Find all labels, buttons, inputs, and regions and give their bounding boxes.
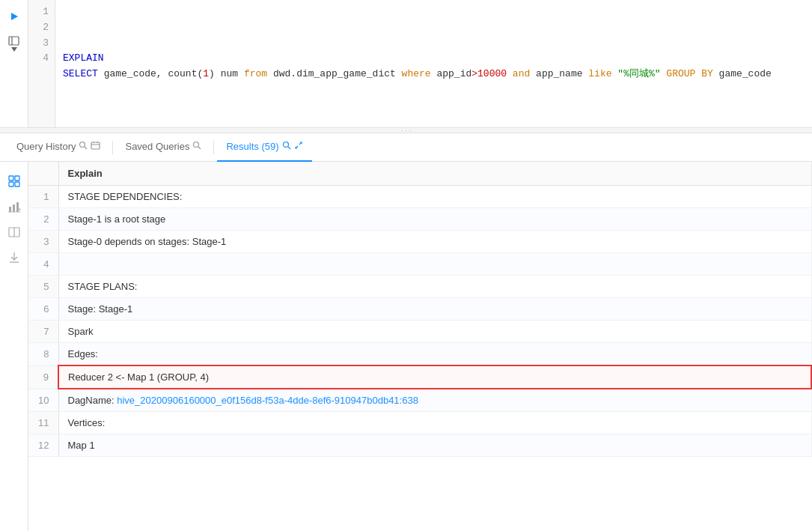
explain-cell: DagName: hive_20200906160000_e0f156d8-f5… [58,389,811,412]
explain-cell: STAGE PLANS: [58,276,811,298]
row-number: 2 [28,208,58,231]
saved-queries-label: Saved Queries [125,141,189,152]
table-row: 8 Edges: [28,343,811,366]
svg-marker-0 [11,13,18,20]
svg-rect-6 [91,142,100,149]
download-button[interactable] [4,247,25,268]
svg-marker-3 [11,47,17,52]
search-icon-history[interactable] [79,141,88,152]
explain-cell: Reducer 2 <- Map 1 (GROUP, 4) [58,365,811,389]
explain-cell: Stage-1 is a root stage [58,208,811,231]
svg-point-10 [194,142,199,148]
svg-rect-18 [9,182,13,186]
table-row: 3Stage-0 depends on stages: Stage-1 [28,231,811,253]
tab-query-history[interactable]: Query History [7,133,109,162]
table-row: 10 DagName: hive_20200906160000_e0f156d8… [28,389,811,412]
row-number: 3 [28,231,58,253]
row-number: 7 [28,321,58,343]
chart-button[interactable]: ▾ [4,196,25,217]
explain-cell: Stage-0 depends on stages: Stage-1 [58,231,811,253]
bottom-section: Query History [0,133,812,531]
search-icon-results[interactable] [282,141,291,152]
explain-cell: Spark [58,321,811,343]
row-number: 6 [28,298,58,321]
left-panel: ▾ [0,162,28,531]
calendar-icon-history[interactable] [91,141,100,152]
table-row: 12 Map 1 [28,434,811,457]
row-number: 1 [28,186,58,208]
results-label: Results (59) [226,141,278,152]
svg-line-13 [288,147,290,149]
svg-rect-16 [9,176,13,180]
svg-rect-20 [9,207,11,212]
results-table: Explain 1STAGE DEPENDENCIES:2Stage-1 is … [28,162,812,457]
grid-view-button[interactable] [4,171,25,192]
left-toolbar [0,0,28,127]
main-container: 1 2 3 4 EXPLAIN SELECT game_code, count(… [0,0,812,531]
svg-rect-21 [13,204,15,212]
tab-divider-1 [112,141,113,154]
table-row: 11 Vertices: [28,412,811,434]
table-row: 5STAGE PLANS: [28,276,811,298]
expand-icon-results[interactable] [294,141,303,152]
svg-rect-19 [15,182,19,186]
results-container[interactable]: Explain 1STAGE DEPENDENCIES:2Stage-1 is … [28,162,812,531]
svg-rect-17 [15,176,19,180]
row-number: 5 [28,276,58,298]
row-number: 10 [28,389,58,412]
table-row: 2Stage-1 is a root stage [28,208,811,231]
row-num-header [28,162,58,186]
svg-line-5 [85,147,87,149]
explain-cell: Vertices: [58,412,811,434]
svg-point-4 [80,142,85,148]
bottom-content: ▾ [0,162,812,531]
split-button[interactable] [4,222,25,243]
row-number: 12 [28,434,58,457]
table-row: 4 [28,253,811,276]
svg-rect-1 [9,37,19,45]
svg-line-11 [198,147,201,149]
table-row: 6Stage: Stage-1 [28,298,811,321]
row-number: 4 [28,253,58,276]
book-button[interactable] [4,33,25,54]
row-number: 9 [28,365,58,389]
tab-results[interactable]: Results (59) [217,133,311,162]
explain-cell: STAGE DEPENDENCIES: [58,186,811,208]
svg-text:▾: ▾ [19,207,20,212]
tab-saved-queries[interactable]: Saved Queries [116,133,210,162]
table-row: 1STAGE DEPENDENCIES: [28,186,811,208]
table-row: 7 Spark [28,321,811,343]
tabs-bar: Query History [0,133,812,162]
table-row: 9Reducer 2 <- Map 1 (GROUP, 4) [28,365,811,389]
explain-cell [58,253,811,276]
explain-cell: Edges: [58,343,811,366]
tab-divider-2 [213,141,214,154]
explain-cell: Stage: Stage-1 [58,298,811,321]
row-number: 11 [28,412,58,434]
line-numbers: 1 2 3 4 [28,0,55,127]
editor-section: 1 2 3 4 EXPLAIN SELECT game_code, count(… [0,0,812,127]
code-editor[interactable]: 1 2 3 4 EXPLAIN SELECT game_code, count(… [28,0,812,127]
explain-column-header: Explain [58,162,811,186]
explain-cell: Map 1 [58,434,811,457]
code-area[interactable]: EXPLAIN SELECT game_code, count(1) num f… [55,0,812,127]
svg-point-12 [283,142,288,148]
run-button[interactable] [4,6,25,27]
row-number: 8 [28,343,58,366]
search-icon-saved[interactable] [192,141,201,152]
query-history-label: Query History [16,141,76,152]
resize-handle[interactable]: · · · [0,127,812,133]
